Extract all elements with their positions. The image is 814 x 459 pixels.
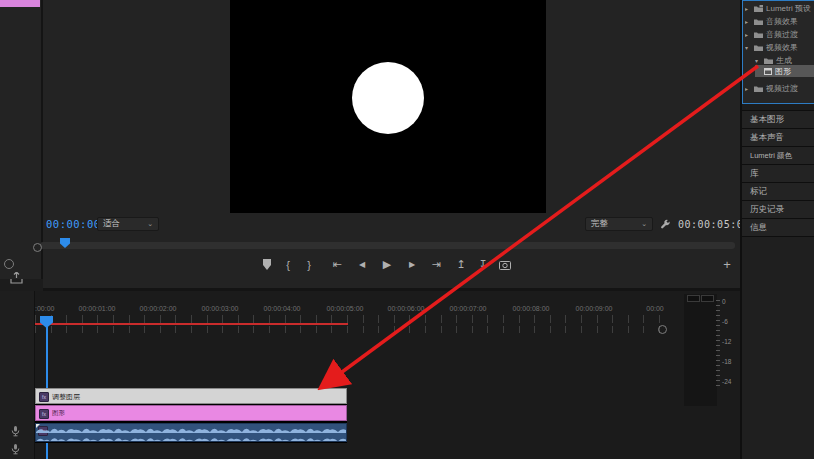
tree-item-label: Lumetri 预设 — [766, 3, 811, 14]
voiceover-record-mic-icon-a1[interactable] — [11, 426, 20, 437]
ruler-label: 00:00 — [646, 305, 664, 312]
tree-item-label: 音频过渡 — [766, 29, 798, 40]
folder-icon — [754, 44, 763, 51]
tab-essential-sound[interactable]: 基本声音 — [742, 128, 814, 146]
tab-essential-graphics[interactable]: 基本图形 — [742, 110, 814, 128]
tab-label: 历史记录 — [750, 204, 784, 216]
ruler-label: 00:00:02:00 — [140, 305, 177, 312]
chevron-right-icon: ▸ — [745, 31, 751, 38]
clip-label: 图形 — [52, 409, 65, 418]
left-side-panel — [0, 0, 43, 279]
button-editor-plus-button[interactable]: + — [720, 257, 734, 272]
tab-markers[interactable]: 标记 — [742, 182, 814, 200]
ruler-label: 00:00:05:00 — [327, 305, 364, 312]
lift-button[interactable]: ↥ — [454, 257, 468, 272]
effect-clapper-icon — [764, 68, 772, 75]
track-separator — [35, 404, 347, 405]
db-label: -6 — [722, 318, 728, 325]
mark-in-button[interactable]: { — [283, 257, 293, 272]
export-icon[interactable] — [10, 272, 23, 284]
effects-tree-item-video-transitions[interactable]: ▸ 视频过渡 — [745, 82, 814, 94]
folder-icon — [754, 31, 763, 38]
fx-badge-icon: fx — [39, 409, 49, 419]
scrubber-scroll-handle[interactable] — [33, 243, 42, 252]
tab-info[interactable]: 信息 — [742, 218, 814, 236]
playback-quality-dropdown[interactable]: 完整 ⌄ — [585, 217, 653, 231]
db-label: -12 — [722, 338, 731, 345]
go-to-in-button[interactable]: ⇤ — [330, 257, 344, 272]
effects-tree-item-video-effects[interactable]: ▾ 视频效果 — [745, 41, 814, 53]
add-marker-icon — [263, 259, 271, 270]
audio-meter-scale-ticks — [716, 300, 720, 386]
export-frame-button[interactable] — [498, 257, 512, 272]
timeline-ruler-minor-ticks — [35, 326, 663, 333]
tree-item-label: 图形 — [775, 66, 791, 77]
play-button[interactable]: ▶ — [380, 257, 394, 272]
mark-out-button[interactable]: } — [304, 257, 314, 272]
chevron-down-icon: ⌄ — [147, 220, 153, 228]
tab-label: 基本图形 — [750, 114, 784, 126]
audio-meter-panel — [684, 294, 717, 406]
tab-label: 信息 — [750, 222, 767, 234]
voiceover-record-mic-icon-a2[interactable] — [11, 444, 20, 455]
ruler-label: 00:00:06:00 — [388, 305, 425, 312]
step-back-button[interactable]: ◀ — [356, 257, 368, 272]
program-scrubber-bar[interactable] — [40, 242, 735, 249]
circle-effect-preview — [352, 62, 424, 134]
fx-badge-icon: fx — [39, 392, 49, 402]
ruler-label: 00:00:09:00 — [576, 305, 613, 312]
db-label: 0 — [722, 298, 726, 305]
effects-tree-item-audio-transitions[interactable]: ▸ 音频过渡 — [745, 28, 814, 40]
effects-tree-item-graphic-selected[interactable]: 图形 — [764, 65, 814, 77]
zoom-level-dropdown[interactable]: 适合 ⌄ — [97, 217, 159, 231]
track-separator — [35, 442, 347, 443]
timeline-scroll-handle[interactable] — [658, 325, 667, 334]
db-label: -24 — [722, 378, 731, 385]
ruler-label: 00:00:01:00 — [79, 305, 116, 312]
timeline-ruler[interactable] — [35, 315, 663, 323]
zoom-level-value: 适合 — [103, 218, 120, 230]
db-label: -18 — [722, 358, 731, 365]
tree-item-label: 音频效果 — [766, 16, 798, 27]
folder-icon — [754, 85, 763, 92]
preset-bin-icon — [754, 5, 763, 12]
right-panel-empty-area — [742, 236, 814, 459]
tab-label: 库 — [750, 168, 759, 180]
folder-icon — [764, 57, 773, 64]
tab-lumetri-color[interactable]: Lumetri 颜色 — [742, 146, 814, 164]
chevron-right-icon: ▸ — [745, 5, 751, 12]
effects-tree-item-lumetri-presets[interactable]: ▸ Lumetri 预设 — [745, 2, 814, 14]
tree-item-label: 视频过渡 — [766, 83, 798, 94]
adjustment-layer-clip[interactable]: fx 调整图层 — [35, 388, 347, 404]
chevron-right-icon: ▸ — [745, 18, 751, 25]
tab-history[interactable]: 历史记录 — [742, 200, 814, 218]
chevron-down-icon: ⌄ — [641, 220, 647, 228]
audio-clip[interactable]: fx — [35, 423, 347, 442]
chevron-down-icon: ▾ — [745, 44, 751, 51]
ruler-label: 00:00:03:00 — [202, 305, 239, 312]
audio-meter-channel-left — [687, 295, 700, 302]
track-separator — [35, 421, 347, 423]
clip-corner-notch — [36, 424, 40, 428]
graphic-clip[interactable]: fx 图形 — [35, 405, 347, 421]
effects-tree-item-audio-effects[interactable]: ▸ 音频效果 — [745, 15, 814, 27]
ruler-label: 00:00:08:00 — [513, 305, 550, 312]
go-to-out-button[interactable]: ⇥ — [429, 257, 443, 272]
left-scroll-handle[interactable] — [4, 259, 14, 269]
extract-button[interactable]: ↧ — [476, 257, 490, 272]
tree-item-label: 视频效果 — [766, 42, 798, 53]
audio-meter-channel-right — [701, 295, 714, 302]
left-panel-clip-fragment — [0, 0, 40, 7]
tab-label: Lumetri 颜色 — [750, 151, 792, 161]
export-frame-camera-icon — [499, 260, 511, 270]
wrench-settings-icon[interactable] — [660, 219, 671, 230]
folder-icon — [754, 18, 763, 25]
step-forward-button[interactable]: ▶ — [406, 257, 418, 272]
clip-label: 调整图层 — [52, 392, 80, 402]
add-marker-button[interactable] — [260, 257, 274, 272]
audio-waveform — [36, 424, 347, 442]
ruler-label: :00:00 — [35, 305, 54, 312]
tree-item-label: 生成 — [776, 55, 792, 66]
ruler-label: 00:00:04:00 — [264, 305, 301, 312]
tab-libraries[interactable]: 库 — [742, 164, 814, 182]
